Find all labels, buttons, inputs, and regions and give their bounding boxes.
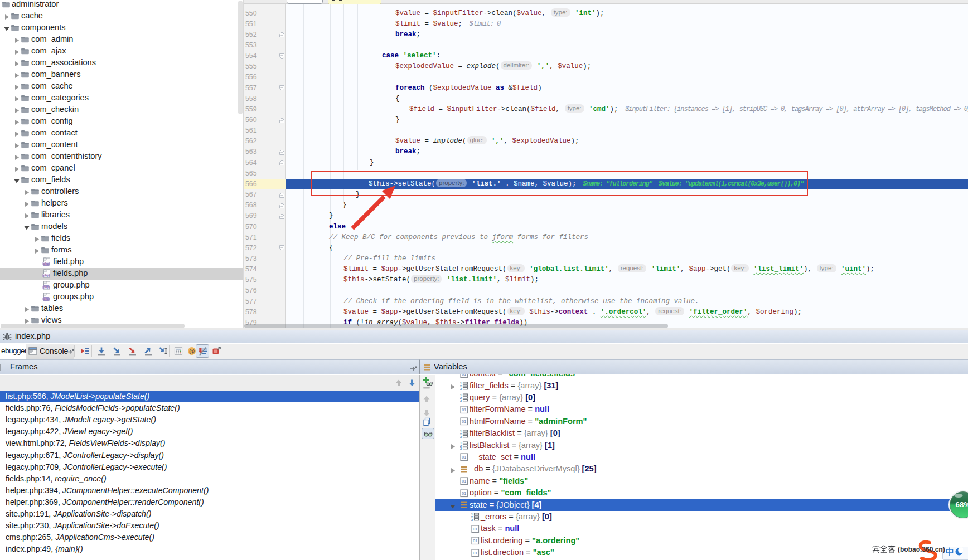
tree-arrow[interactable] (23, 200, 30, 210)
tree-item-com-associations[interactable]: com_associations (0, 57, 243, 69)
tree-arrow[interactable] (13, 165, 20, 175)
variable-row[interactable]: 01 context = "com_fields.fields" (435, 374, 968, 380)
tree-arrow[interactable] (33, 235, 40, 245)
variable-row[interactable]: 01 name = "fields" (435, 475, 968, 487)
tree-item-com-banners[interactable]: com_banners (0, 69, 243, 81)
tree-arrow[interactable] (33, 247, 40, 257)
fold-marker[interactable] (279, 53, 285, 60)
frame-row[interactable]: site.php:230, JApplicationSite->doExecut… (0, 520, 419, 532)
frame-row[interactable]: helper.php:369, JComponentHelper::render… (0, 496, 419, 508)
tab-debugger[interactable]: ebugger (0, 344, 26, 359)
code-line-575[interactable]: 575 $this->setState(property: 'list.limi… (244, 275, 968, 285)
code-line-555[interactable]: 555 $explodedValue = explode(delimiter: … (244, 61, 968, 72)
tree-arrow[interactable] (23, 223, 30, 233)
code-editor[interactable]: 550 $value = $inputFilter->clean($value,… (244, 4, 968, 328)
tree-item-groups-php[interactable]: php groups.php (0, 291, 243, 303)
variable-row[interactable]: state = {JObject} [4] (435, 499, 968, 511)
tree-arrow[interactable] (13, 153, 20, 163)
variable-row[interactable]: 01 htmlFormName = "adminForm" (435, 416, 968, 427)
variable-row[interactable]: 123 filter_fields = {array} [31] (435, 380, 968, 392)
evaluate-expression-button[interactable] (172, 345, 185, 357)
editor-tab-cut-white[interactable] (287, 0, 323, 4)
tree-item-cache[interactable]: cache (0, 11, 243, 22)
ime-moon-wrap[interactable] (955, 547, 963, 558)
code-line-578[interactable]: 578 $value = $app->getUserStateFromReque… (244, 307, 968, 318)
tree-horizontal-scrollbar[interactable] (1, 324, 185, 328)
tree-item-com-config[interactable]: com_config (0, 116, 243, 128)
view-breakpoints-button[interactable] (210, 345, 222, 357)
tree-item-com-content[interactable]: com_content (0, 139, 243, 151)
frame-row[interactable]: legacy.php:434, JModelLegacy->getState() (0, 414, 419, 426)
variables-panel-header[interactable]: Variables (420, 359, 968, 374)
frame-row[interactable]: index.php:49, {main}() (0, 543, 419, 555)
frames-next-button[interactable] (408, 379, 416, 389)
ime-lang-wrap[interactable] (946, 547, 954, 558)
tree-arrow[interactable] (23, 212, 30, 222)
variable-row[interactable]: _db = {JDatabaseDriverMysql} [25] (435, 464, 968, 475)
frame-row[interactable]: legacy.php:422, JViewLegacy->get() (0, 426, 419, 437)
mute-breakpoints-button[interactable] (196, 344, 209, 358)
code-line-563[interactable]: 563 break; (244, 147, 968, 157)
fold-marker[interactable] (279, 31, 285, 38)
tree-item-group-php[interactable]: php group.php (0, 280, 243, 291)
tree-arrow[interactable] (13, 177, 20, 187)
code-line-558[interactable]: 558 { (244, 94, 968, 104)
frame-row[interactable]: helper.php:394, JComponentHelper::execut… (0, 485, 419, 496)
tree-arrow[interactable] (13, 71, 20, 81)
frame-row[interactable]: legacy.php:709, JControllerLegacy->execu… (0, 461, 419, 473)
editor-horizontal-scrollbar[interactable] (244, 324, 668, 328)
tab-console[interactable]: Console (26, 344, 74, 359)
code-line-553[interactable]: 553 (244, 40, 968, 51)
tree-item-com-contact[interactable]: com_contact (0, 128, 243, 139)
variable-row[interactable]: 123 _errors = {array} [0] (435, 511, 968, 523)
frame-row[interactable]: site.php:191, JApplicationSite->dispatch… (0, 508, 419, 520)
tree-item-fields[interactable]: fields (0, 233, 243, 245)
tree-vertical-scrollbar[interactable] (238, 1, 243, 114)
code-line-577[interactable]: 577 // Check if the ordering field is in… (244, 296, 968, 307)
variable-arrow[interactable] (449, 466, 456, 475)
code-line-574[interactable]: 574 $limit = $app->getUserStateFromReque… (244, 264, 968, 275)
tree-arrow[interactable] (3, 13, 10, 23)
fold-marker[interactable] (279, 159, 285, 166)
fold-marker[interactable] (279, 85, 285, 91)
tree-item-com-categories[interactable]: com_categories (0, 92, 243, 104)
tree-arrow[interactable] (3, 25, 10, 35)
tree-item-com-fields[interactable]: com_fields (0, 174, 243, 186)
code-line-572[interactable]: 572 { (244, 243, 968, 254)
variable-row[interactable]: 01 __state_set = null (435, 451, 968, 463)
tree-item-administrator[interactable]: administrator (0, 0, 243, 11)
tree-arrow[interactable] (23, 305, 30, 315)
frames-panel-header[interactable]: Frames (0, 359, 420, 374)
tree-item-field-php[interactable]: php field.php (0, 256, 243, 268)
code-line-552[interactable]: 552 break; (244, 30, 968, 40)
code-line-576[interactable]: 576 (244, 285, 968, 296)
code-line-561[interactable]: 561 (244, 125, 968, 136)
variable-row[interactable]: 123 query = {array} [0] (435, 392, 968, 403)
tree-item-controllers[interactable]: controllers (0, 186, 243, 198)
tree-item-com-checkin[interactable]: com_checkin (0, 104, 243, 116)
tree-arrow[interactable] (23, 188, 30, 198)
tree-arrow[interactable] (13, 83, 20, 93)
show-watches-button[interactable] (422, 428, 434, 439)
run-to-cursor-button[interactable] (157, 345, 170, 357)
fold-marker[interactable] (279, 192, 285, 198)
tree-arrow[interactable] (13, 106, 20, 116)
tree-arrow[interactable] (13, 142, 20, 152)
fold-marker[interactable] (279, 245, 285, 251)
step-into-button[interactable] (111, 345, 123, 357)
tree-item-models[interactable]: models (0, 221, 243, 233)
variable-arrow[interactable] (449, 442, 456, 451)
tree-item-com-contenthistory[interactable]: com_contenthistory (0, 151, 243, 163)
tree-item-com-admin[interactable]: com_admin (0, 34, 243, 46)
code-line-562[interactable]: 562 $value = implode(glue: ',', $explode… (244, 136, 968, 147)
debug-toolwindow-header[interactable]: index.php (0, 330, 968, 343)
copy-value-button[interactable] (423, 417, 434, 427)
tree-item-components[interactable]: components (0, 22, 243, 34)
tree-arrow[interactable] (13, 130, 20, 140)
force-step-into-button[interactable] (127, 345, 139, 357)
code-line-571[interactable]: 571 // Keep B/C for components previous … (244, 232, 968, 243)
variable-row[interactable]: 01 task = null (435, 523, 968, 535)
code-line-554[interactable]: 554 case 'select': (244, 51, 968, 61)
frames-header-arrow-wrap[interactable] (410, 364, 418, 374)
code-line-551[interactable]: 551 $limit = $value; $limit: 0 (244, 19, 968, 30)
